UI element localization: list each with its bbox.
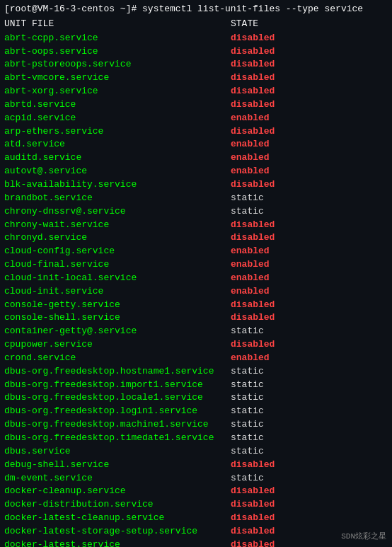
service-name: dm-event.service — [4, 472, 231, 485]
watermark: SDN炫彩之星 — [341, 531, 386, 541]
service-state: disabled — [231, 231, 275, 245]
service-name: debug-shell.service — [4, 459, 231, 472]
service-row: auditd.serviceenabled — [4, 151, 388, 165]
service-name: atd.service — [4, 138, 231, 151]
service-row: cloud-config.serviceenabled — [4, 245, 388, 258]
service-row: abrt-vmcore.servicedisabled — [4, 71, 388, 85]
service-row: dbus-org.freedesktop.hostname1.servicest… — [4, 365, 388, 379]
service-name: abrt-ccpp.service — [4, 32, 231, 45]
service-state: static — [231, 432, 264, 445]
header-unit-file: UNIT FILE — [4, 18, 231, 31]
service-row: dbus-org.freedesktop.timedate1.servicest… — [4, 432, 388, 445]
service-row: abrt-pstoreoops.servicedisabled — [4, 58, 388, 71]
service-state: disabled — [231, 71, 275, 85]
header-line: UNIT FILE STATE — [4, 18, 388, 31]
service-state: enabled — [231, 285, 270, 299]
service-row: chrony-dnssrv@.servicestatic — [4, 205, 388, 219]
service-row: dbus.servicestatic — [4, 445, 388, 459]
service-row: dbus-org.freedesktop.import1.servicestat… — [4, 379, 388, 392]
service-name: cloud-init.service — [4, 285, 231, 299]
service-row: cpupower.servicedisabled — [4, 338, 388, 352]
service-row: chrony-wait.servicedisabled — [4, 219, 388, 232]
service-name: container-getty@.service — [4, 325, 231, 338]
service-state: static — [231, 472, 264, 485]
service-name: console-getty.service — [4, 299, 231, 312]
service-state: disabled — [231, 219, 275, 232]
service-row: cloud-init.serviceenabled — [4, 285, 388, 299]
service-row: debug-shell.servicedisabled — [4, 459, 388, 472]
service-state: disabled — [231, 311, 275, 325]
service-row: docker-cleanup.servicedisabled — [4, 485, 388, 498]
service-name: docker-latest.service — [4, 539, 231, 547]
service-name: dbus-org.freedesktop.hostname1.service — [4, 365, 231, 379]
service-state: disabled — [231, 125, 275, 139]
service-row: cloud-final.serviceenabled — [4, 258, 388, 272]
service-row: abrt-oops.servicedisabled — [4, 45, 388, 59]
service-state: disabled — [231, 525, 275, 539]
service-row: arp-ethers.servicedisabled — [4, 125, 388, 139]
service-name: arp-ethers.service — [4, 125, 231, 139]
service-name: brandbot.service — [4, 192, 231, 205]
service-state: disabled — [231, 485, 275, 498]
service-state: enabled — [231, 258, 270, 272]
service-row: docker-distribution.servicedisabled — [4, 498, 388, 512]
service-row: crond.serviceenabled — [4, 352, 388, 365]
service-row: acpid.serviceenabled — [4, 112, 388, 125]
service-state: disabled — [231, 539, 275, 547]
service-row: chronyd.servicedisabled — [4, 231, 388, 245]
service-state: disabled — [231, 338, 275, 352]
service-name: docker-latest-cleanup.service — [4, 512, 231, 525]
service-name: cpupower.service — [4, 338, 231, 352]
service-row: dm-event.servicestatic — [4, 472, 388, 485]
service-list: abrt-ccpp.servicedisabledabrt-oops.servi… — [4, 32, 388, 547]
service-name: abrt-oops.service — [4, 45, 231, 59]
service-name: dbus-org.freedesktop.login1.service — [4, 405, 231, 418]
service-row: abrtd.servicedisabled — [4, 98, 388, 112]
command-line: [root@VM-16-3-centos ~]# systemctl list-… — [4, 3, 388, 16]
service-state: static — [231, 405, 264, 418]
service-row: docker-latest-cleanup.servicedisabled — [4, 512, 388, 525]
service-state: disabled — [231, 498, 275, 512]
service-name: dbus-org.freedesktop.locale1.service — [4, 391, 231, 405]
service-state: static — [231, 391, 264, 405]
prompt: [root@VM-16-3-centos ~]# systemctl list-… — [4, 4, 363, 14]
service-row: dbus-org.freedesktop.login1.servicestati… — [4, 405, 388, 418]
service-name: dbus.service — [4, 445, 231, 459]
service-row: autovt@.serviceenabled — [4, 165, 388, 178]
service-row: blk-availability.servicedisabled — [4, 178, 388, 192]
service-state: enabled — [231, 151, 270, 165]
service-state: static — [231, 365, 264, 379]
service-name: cloud-config.service — [4, 245, 231, 258]
service-name: autovt@.service — [4, 165, 231, 178]
service-name: chronyd.service — [4, 231, 231, 245]
service-state: disabled — [231, 98, 275, 112]
service-name: cloud-init-local.service — [4, 272, 231, 285]
service-state: disabled — [231, 85, 275, 98]
header-state: STATE — [231, 18, 258, 31]
service-row: dbus-org.freedesktop.machine1.servicesta… — [4, 418, 388, 432]
service-name: dbus-org.freedesktop.import1.service — [4, 379, 231, 392]
service-state: static — [231, 192, 264, 205]
service-row: dbus-org.freedesktop.locale1.servicestat… — [4, 391, 388, 405]
service-state: static — [231, 418, 264, 432]
service-name: abrt-vmcore.service — [4, 71, 231, 85]
service-state: disabled — [231, 45, 275, 59]
service-state: enabled — [231, 138, 270, 151]
service-state: disabled — [231, 58, 275, 71]
service-name: console-shell.service — [4, 311, 231, 325]
service-row: console-getty.servicedisabled — [4, 299, 388, 312]
service-state: static — [231, 325, 264, 338]
terminal: [root@VM-16-3-centos ~]# systemctl list-… — [0, 0, 392, 547]
service-name: abrt-pstoreoops.service — [4, 58, 231, 71]
service-state: disabled — [231, 299, 275, 312]
service-state: enabled — [231, 112, 270, 125]
service-row: abrt-xorg.servicedisabled — [4, 85, 388, 98]
service-state: disabled — [231, 178, 275, 192]
service-name: docker-distribution.service — [4, 498, 231, 512]
service-name: chrony-dnssrv@.service — [4, 205, 231, 219]
service-row: docker-latest.servicedisabled — [4, 539, 388, 547]
service-state: static — [231, 379, 264, 392]
service-state: enabled — [231, 352, 270, 365]
service-state: disabled — [231, 512, 275, 525]
service-row: atd.serviceenabled — [4, 138, 388, 151]
